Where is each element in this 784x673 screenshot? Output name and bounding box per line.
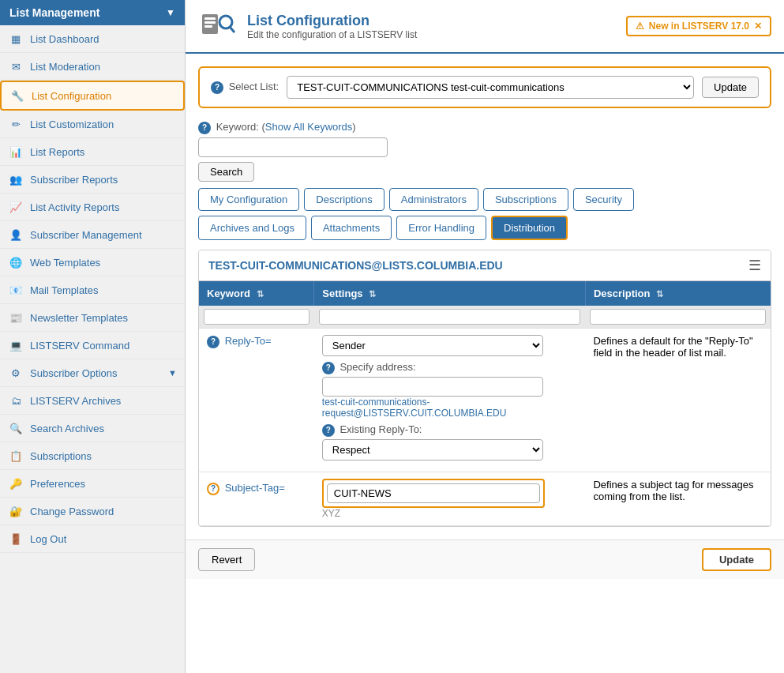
table-header-row: Keyword ⇅ Settings ⇅ Description ⇅ [199, 281, 771, 306]
sidebar-item-label: LISTSERV Command [30, 340, 129, 352]
sort-settings-icon[interactable]: ⇅ [369, 289, 376, 299]
sidebar-item-subscriber-management[interactable]: 👤 Subscriber Management [0, 221, 185, 249]
tab-attachments[interactable]: Attachments [311, 216, 392, 240]
new-badge: ⚠ New in LISTSERV 17.0 ✕ [626, 16, 771, 36]
content-area: ? Select List: TEST-CUIT-COMMUNICATIONS … [186, 54, 784, 540]
search-button[interactable]: Search [198, 162, 254, 182]
tab-administrators[interactable]: Administrators [389, 188, 478, 211]
sidebar-item-newsletter-templates[interactable]: 📰 Newsletter Templates [0, 304, 185, 332]
select-list-update-button[interactable]: Update [702, 77, 759, 98]
settings-cell: Sender List Both None ? Specify address: [314, 329, 586, 472]
topbar-text: List Configuration Edit the configuratio… [247, 13, 417, 40]
sub-mgmt-icon: 👤 [8, 227, 24, 243]
sidebar-item-list-reports[interactable]: 📊 List Reports [0, 138, 185, 166]
sidebar-item-label: Mail Templates [30, 284, 98, 296]
filter-keyword-input[interactable] [204, 309, 309, 325]
sub-report-icon: 👥 [8, 171, 24, 187]
tab-security[interactable]: Security [573, 188, 634, 211]
sidebar-item-search-archives[interactable]: 🔍 Search Archives [0, 415, 185, 442]
col-description: Description ⇅ [585, 281, 771, 306]
web-icon: 🌐 [8, 254, 24, 270]
subject-tag-hint: XYZ [322, 508, 578, 519]
row-help-icon: ? [207, 336, 219, 348]
logout-icon: 🚪 [8, 531, 24, 547]
sidebar-item-listserv-command[interactable]: 💻 LISTSERV Command [0, 332, 185, 359]
dash-icon: ▦ [8, 31, 24, 47]
sidebar-item-label: Preferences [30, 478, 85, 490]
close-icon[interactable]: ✕ [754, 21, 762, 32]
sidebar-item-label: List Activity Reports [30, 201, 119, 213]
sidebar-item-label: List Customization [30, 118, 114, 130]
bottom-bar: Revert Update [186, 540, 784, 579]
filter-settings-input[interactable] [319, 309, 581, 325]
custom-icon: ✏ [8, 116, 24, 132]
update-button[interactable]: Update [702, 548, 771, 571]
sidebar-item-label: Newsletter Templates [30, 312, 128, 324]
cmd-icon: 💻 [8, 337, 24, 353]
svg-rect-2 [204, 21, 216, 24]
chevron-down-icon: ▼ [168, 368, 177, 378]
sidebar-item-subscriptions[interactable]: 📋 Subscriptions [0, 442, 185, 470]
tab-my-configuration[interactable]: My Configuration [198, 188, 299, 211]
sidebar-item-listserv-archives[interactable]: 🗂 LISTSERV Archives [0, 387, 185, 415]
topbar-icon [198, 6, 238, 46]
table-row: ? Subject-Tag= XYZ Defines a subject tag… [199, 472, 771, 526]
tab-error-handling[interactable]: Error Handling [396, 216, 486, 240]
sidebar-item-change-password[interactable]: 🔐 Change Password [0, 498, 185, 525]
sort-keyword-icon[interactable]: ⇅ [257, 289, 264, 299]
sort-description-icon[interactable]: ⇅ [656, 289, 663, 299]
svg-rect-0 [202, 14, 218, 34]
table-header-title: TEST-CUIT-COMMUNICATIONS@LISTS.COLUMBIA.… [208, 259, 503, 272]
tab-descriptions[interactable]: Descriptions [304, 188, 384, 211]
sidebar-item-label: LISTSERV Archives [30, 395, 121, 407]
subject-tag-input[interactable] [327, 483, 540, 503]
specify-help-icon: ? [322, 362, 335, 374]
sidebar-item-label: Subscriber Reports [30, 174, 118, 186]
sidebar-item-list-moderation[interactable]: ✉ List Moderation [0, 53, 185, 81]
sidebar-item-preferences[interactable]: 🔑 Preferences [0, 470, 185, 498]
revert-button[interactable]: Revert [198, 548, 255, 571]
sidebar-item-mail-templates[interactable]: 📧 Mail Templates [0, 276, 185, 304]
sidebar-item-label: Log Out [30, 533, 66, 545]
subject-tag-description: Defines a subject tag for messages comin… [585, 472, 771, 526]
sidebar-item-web-templates[interactable]: 🌐 Web Templates [0, 249, 185, 276]
sidebar-item-subscriber-reports[interactable]: 👥 Subscriber Reports [0, 166, 185, 194]
tab-subscriptions[interactable]: Subscriptions [483, 188, 568, 211]
tab-archives-and-logs[interactable]: Archives and Logs [198, 216, 306, 240]
keyword-cell: ? Reply-To= [199, 329, 314, 472]
existing-reply-help-icon: ? [322, 424, 335, 437]
filter-description-input[interactable] [590, 309, 766, 325]
sidebar-header[interactable]: List Management ▼ [0, 0, 185, 25]
sidebar-collapse-icon[interactable]: ▼ [166, 7, 175, 18]
col-settings: Settings ⇅ [314, 281, 586, 306]
news-icon: 📰 [8, 310, 24, 325]
config-icon: 🔧 [9, 88, 25, 103]
sidebar-item-list-configuration[interactable]: 🔧 List Configuration [0, 81, 185, 111]
sidebar-item-subscriber-options[interactable]: ⚙ Subscriber Options ▼ [0, 359, 185, 387]
sidebar-item-log-out[interactable]: 🚪 Log Out [0, 525, 185, 553]
page-title: List Configuration [247, 13, 417, 29]
keyword-cell: ? Subject-Tag= [199, 472, 314, 526]
tab-distribution[interactable]: Distribution [491, 216, 568, 240]
archives-icon: 🗂 [8, 393, 24, 408]
select-list-dropdown[interactable]: TEST-CUIT-COMMUNICATIONS test-cuit-commu… [287, 76, 694, 99]
mod-icon: ✉ [8, 58, 24, 74]
table-menu-icon[interactable]: ☰ [748, 257, 761, 274]
select-list-label: ? Select List: [211, 81, 279, 94]
specify-address-input[interactable] [322, 377, 543, 397]
specify-address-label: ? Specify address: [322, 361, 578, 374]
sidebar-item-list-activity-reports[interactable]: 📈 List Activity Reports [0, 194, 185, 221]
tabs-row-2: Archives and Logs Attachments Error Hand… [198, 216, 771, 240]
filter-row [199, 306, 771, 329]
keyword-input[interactable] [198, 137, 388, 157]
existing-reply-select[interactable]: Respect Ignore Discard [322, 439, 543, 461]
reply-to-select[interactable]: Sender List Both None [322, 335, 543, 356]
sidebar-item-label: List Moderation [30, 61, 100, 73]
sidebar-item-list-customization[interactable]: ✏ List Customization [0, 111, 185, 138]
subject-tag-highlight-box [322, 479, 545, 508]
svg-rect-3 [204, 25, 212, 28]
select-list-row: ? Select List: TEST-CUIT-COMMUNICATIONS … [198, 66, 771, 108]
sidebar-item-list-dashboard[interactable]: ▦ List Dashboard [0, 25, 185, 53]
topbar: List Configuration Edit the configuratio… [186, 0, 784, 54]
show-all-keywords-link[interactable]: Show All Keywords [265, 121, 353, 133]
